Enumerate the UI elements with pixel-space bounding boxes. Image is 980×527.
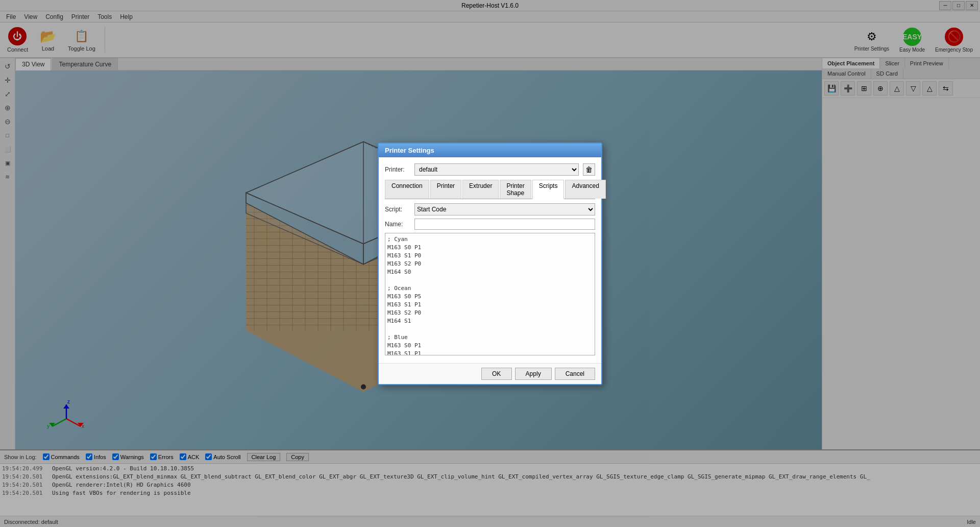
dialog-footer: OK Apply Cancel (379, 363, 601, 384)
modal-overlay: Printer Settings Printer: default 🗑 Conn… (0, 0, 980, 527)
dialog-tab-extruder[interactable]: Extruder (462, 180, 499, 199)
printer-settings-dialog: Printer Settings Printer: default 🗑 Conn… (378, 142, 602, 385)
name-row: Name: (385, 219, 595, 230)
apply-button[interactable]: Apply (515, 368, 552, 380)
dialog-body: Printer: default 🗑 Connection Printer Ex… (379, 157, 601, 363)
script-row: Script: Start Code End Code Pause Code R… (385, 203, 595, 215)
script-textarea[interactable]: ; Cyan M163 S0 P1 M163 S1 P0 M163 S2 P0 … (385, 233, 595, 355)
printer-row: Printer: default 🗑 (385, 163, 595, 176)
dialog-tabs: Connection Printer Extruder Printer Shap… (385, 180, 595, 199)
delete-printer-button[interactable]: 🗑 (583, 163, 595, 176)
dialog-tab-connection[interactable]: Connection (385, 180, 429, 199)
script-label: Script: (385, 206, 410, 213)
dialog-title: Printer Settings (379, 143, 601, 157)
cancel-button[interactable]: Cancel (555, 368, 595, 380)
dialog-tab-scripts[interactable]: Scripts (532, 180, 565, 199)
name-label: Name: (385, 221, 410, 228)
name-input[interactable] (414, 219, 595, 230)
dialog-tab-printer[interactable]: Printer (430, 180, 461, 199)
printer-label: Printer: (385, 166, 410, 173)
dialog-tab-advanced[interactable]: Advanced (565, 180, 605, 199)
printer-select[interactable]: default (414, 163, 579, 176)
script-select[interactable]: Start Code End Code Pause Code Resume Co… (414, 203, 595, 215)
dialog-tab-printer-shape[interactable]: Printer Shape (500, 180, 531, 199)
ok-button[interactable]: OK (481, 368, 512, 380)
